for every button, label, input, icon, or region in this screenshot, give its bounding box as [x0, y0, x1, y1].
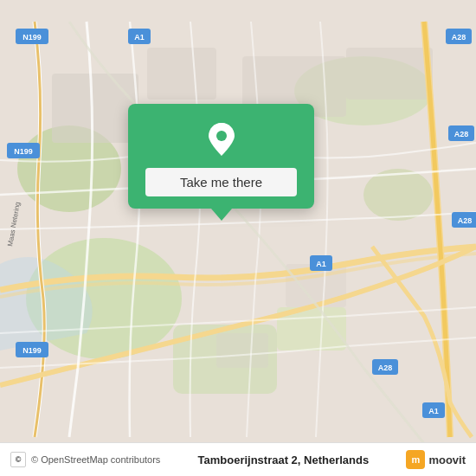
svg-rect-7 [52, 74, 138, 143]
moovit-m-icon: m [406, 450, 425, 469]
svg-text:A1: A1 [428, 407, 439, 415]
svg-text:N199: N199 [23, 346, 42, 355]
svg-point-35 [216, 131, 227, 141]
moovit-text: moovit [428, 453, 466, 466]
svg-rect-11 [216, 333, 268, 368]
popup-card: Take me there [128, 104, 314, 209]
map-container: N199 N199 N199 A1 A1 A1 A28 A28 A28 A28 … [0, 0, 476, 476]
map-svg: N199 N199 N199 A1 A1 A1 A28 A28 A28 A28 … [0, 0, 476, 476]
svg-text:A28: A28 [452, 33, 466, 42]
attribution-text: © OpenStreetMap contributors [31, 454, 160, 465]
take-me-there-button[interactable]: Take me there [145, 168, 297, 196]
address-text: Tamboerijnstraat 2, Netherlands [198, 453, 370, 466]
bottom-bar: © © OpenStreetMap contributors Tamboerij… [0, 442, 476, 476]
svg-text:A1: A1 [316, 260, 326, 268]
location-pin-icon [202, 119, 241, 159]
svg-rect-8 [147, 48, 216, 100]
moovit-logo: m moovit [406, 450, 466, 469]
svg-rect-10 [346, 48, 433, 100]
svg-text:A28: A28 [378, 363, 393, 372]
osm-logo: © [10, 452, 26, 467]
svg-text:A1: A1 [134, 33, 145, 42]
svg-text:N199: N199 [23, 33, 42, 42]
bottom-left: © © OpenStreetMap contributors [10, 452, 160, 467]
svg-text:A28: A28 [454, 130, 469, 138]
svg-text:A28: A28 [458, 216, 473, 225]
svg-text:N199: N199 [14, 147, 33, 156]
